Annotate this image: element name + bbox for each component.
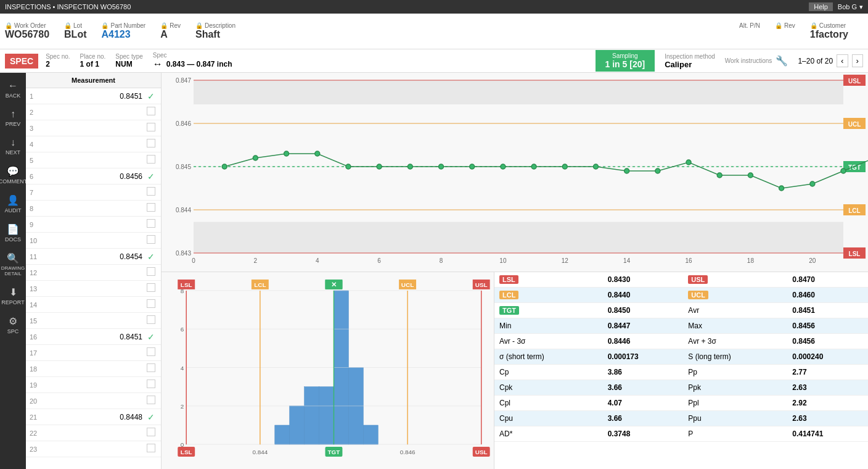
row-check[interactable]: ✓	[145, 172, 157, 181]
drawing-icon: 🔍	[7, 252, 19, 264]
checkbox-empty[interactable]	[147, 444, 155, 452]
breadcrumb: INSPECTIONS • INSPECTION WO56780	[5, 3, 809, 10]
svg-text:18: 18	[747, 257, 755, 264]
docs-label: DOCS	[5, 236, 21, 243]
checkbox-empty[interactable]	[147, 283, 155, 292]
description-field: 🔒 Description Shaft	[195, 22, 235, 40]
table-row: 14	[26, 297, 161, 313]
checkbox-empty[interactable]	[147, 380, 155, 388]
row-check[interactable]: ✓	[145, 332, 157, 342]
checkbox-empty[interactable]	[147, 299, 155, 308]
checkbox-empty[interactable]	[147, 155, 155, 164]
checkbox-empty[interactable]	[147, 396, 155, 404]
row-number: 10	[30, 237, 42, 244]
stat-val1: 0.8430	[603, 272, 684, 288]
row-number: 15	[30, 317, 42, 325]
stat-label2-cell: Ppu	[683, 411, 787, 426]
checkbox-empty[interactable]	[147, 219, 155, 228]
svg-text:TGT: TGT	[848, 164, 861, 171]
row-check	[145, 444, 157, 454]
checkbox-empty[interactable]	[147, 315, 155, 324]
row-check[interactable]: ✓	[145, 91, 157, 101]
lot-label: 🔒 Lot	[64, 22, 86, 29]
svg-text:2: 2	[254, 257, 258, 264]
measurement-header: Measurement	[26, 73, 161, 88]
row-check[interactable]: ✓	[145, 252, 157, 262]
svg-text:TGT: TGT	[328, 449, 340, 455]
sidebar-item-comment[interactable]: 💬 COMMENT	[0, 160, 26, 189]
stat-label-cell: Cp	[494, 365, 603, 380]
place-no: Place no. 1 of 1	[80, 53, 106, 68]
sidebar-item-drawing[interactable]: 🔍 DRAWINGDETAIL	[0, 247, 26, 281]
checkbox-empty[interactable]	[147, 267, 155, 276]
svg-text:0.844: 0.844	[252, 449, 268, 455]
docs-icon: 📄	[7, 223, 19, 235]
checkbox-empty[interactable]	[147, 107, 155, 115]
sidebar-item-next[interactable]: ↓ NEXT	[0, 132, 26, 160]
checkbox-empty[interactable]	[147, 347, 155, 356]
svg-text:LCL: LCL	[254, 281, 266, 288]
stats-label: Cp	[499, 368, 509, 376]
table-row: 23	[26, 441, 161, 457]
checkbox-empty[interactable]	[147, 187, 155, 196]
checkbox-empty[interactable]	[147, 235, 155, 244]
table-row: 3	[26, 120, 161, 136]
svg-text:✕: ✕	[331, 281, 337, 288]
table-row: 5	[26, 152, 161, 168]
next-icon: ↓	[10, 137, 15, 148]
row-number: 5	[30, 157, 42, 164]
svg-text:0.847: 0.847	[176, 77, 191, 84]
svg-text:0.843: 0.843	[176, 250, 191, 257]
row-check	[145, 123, 157, 133]
checkbox-empty[interactable]	[147, 139, 155, 147]
sidebar-item-docs[interactable]: 📄 DOCS	[0, 218, 26, 247]
row-check[interactable]: ✓	[145, 412, 157, 422]
row-number: 18	[30, 365, 42, 373]
stat-label2-cell: Ppl	[683, 396, 787, 411]
row-check	[145, 428, 157, 438]
left-sidebar: ← BACK ↑ PREV ↓ NEXT 💬 COMMENT 👤 AUDIT 📄…	[0, 73, 26, 469]
spec-row: SPEC Spec no. 2 Place no. 1 of 1 Spec ty…	[0, 49, 868, 73]
sidebar-item-report[interactable]: ⬇ REPORT	[0, 281, 26, 310]
table-row: 160.8451✓	[26, 329, 161, 345]
stat-val2: 2.92	[787, 396, 868, 411]
svg-text:USL: USL	[475, 281, 488, 288]
row-number: 9	[30, 221, 42, 228]
list-item: LSL 0.8430 USL 0.8470	[494, 272, 868, 288]
svg-text:16: 16	[685, 257, 692, 264]
timeseries-svg: 0.8470.8460.8450.8440.843USLUCLTGTLCLLSL…	[162, 73, 868, 272]
histogram-area: 024680.8430.8440.8450.8460.847LCLUCLLSLU…	[162, 272, 494, 469]
row-number: 20	[30, 397, 42, 405]
checkbox-empty[interactable]	[147, 203, 155, 212]
checkbox-empty[interactable]	[147, 428, 155, 436]
svg-point-58	[841, 168, 846, 173]
pagination-prev[interactable]: ‹	[837, 54, 848, 67]
checkbox-empty[interactable]	[147, 363, 155, 372]
stats-label2: S (long term)	[688, 352, 731, 361]
stats-label: Min	[499, 322, 511, 330]
list-item: Avr - 3σ 0.8446 Avr + 3σ 0.8456	[494, 334, 868, 349]
measurement-column: Measurement 10.8451✓234560.8456✓78910110…	[26, 73, 162, 469]
stats-label2: Ppu	[688, 414, 701, 423]
customer-label: 🔒 Customer	[810, 22, 848, 29]
bottom-row: 024680.8430.8440.8450.8460.847LCLUCLLSLU…	[162, 272, 868, 469]
table-row: 9	[26, 217, 161, 233]
sidebar-item-audit[interactable]: 👤 AUDIT	[0, 189, 26, 218]
stat-val1: 3.66	[603, 380, 684, 396]
wrench-icon[interactable]: 🔧	[776, 55, 788, 67]
checkbox-empty[interactable]	[147, 123, 155, 131]
svg-text:0: 0	[192, 257, 195, 264]
svg-text:20: 20	[809, 257, 816, 264]
stat-label2-cell: S (long term)	[683, 349, 787, 365]
list-item: LCL 0.8440 UCL 0.8460	[494, 288, 868, 303]
part-number-value[interactable]: A4123	[101, 29, 145, 40]
svg-point-51	[624, 168, 629, 173]
svg-rect-61	[275, 425, 290, 444]
sidebar-item-spc[interactable]: ⚙ SPC	[0, 310, 26, 339]
stats-label2: Pp	[688, 368, 697, 376]
pagination-next[interactable]: ›	[852, 54, 863, 67]
sidebar-item-prev[interactable]: ↑ PREV	[0, 104, 26, 132]
dropdown-icon[interactable]: ▾	[859, 3, 863, 11]
help-button[interactable]: Help	[809, 2, 833, 11]
sidebar-item-back[interactable]: ← BACK	[0, 75, 26, 104]
